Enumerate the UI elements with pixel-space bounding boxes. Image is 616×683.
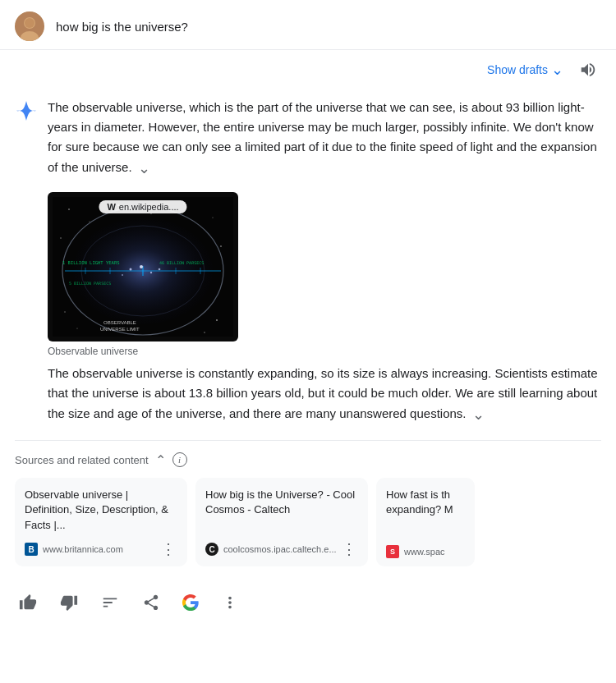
svg-point-15 — [76, 328, 77, 328]
google-button[interactable] — [179, 591, 202, 614]
universe-image[interactable]: W en.wikipedia.... — [48, 192, 238, 342]
show-drafts-label: Show drafts — [487, 63, 548, 76]
more-options-button[interactable] — [217, 589, 243, 616]
query-text: how big is the universe? — [56, 20, 188, 34]
wiki-icon: W — [107, 202, 115, 212]
sources-header: Sources and related content ⌃ i — [15, 452, 601, 468]
svg-point-14 — [216, 319, 218, 321]
svg-point-31 — [130, 268, 132, 270]
svg-point-11 — [60, 237, 61, 238]
answer-block-2: The observable universe is constantly ex… — [48, 364, 601, 427]
source-card-caltech[interactable]: How big is the Universe? - Cool Cosmos -… — [195, 478, 368, 567]
svg-point-3 — [25, 18, 34, 28]
source-footer-2: C coolcosmos.ipac.caltech.e... ⋮ — [205, 540, 358, 558]
paragraph1-text: The observable universe, which is the pa… — [48, 100, 597, 174]
source-title-3: How fast is th expanding? M — [386, 488, 465, 519]
source-footer-1: B www.britannica.com ⋮ — [25, 540, 177, 558]
space-favicon: S — [386, 545, 399, 558]
svg-point-12 — [220, 245, 222, 247]
info-icon[interactable]: i — [172, 452, 187, 467]
source-url-2: coolcosmos.ipac.caltech.e... — [223, 544, 337, 554]
avatar — [15, 11, 44, 41]
source-card-space[interactable]: How fast is th expanding? M S www.spac — [376, 478, 475, 567]
source-domain-row-2: C coolcosmos.ipac.caltech.e... — [205, 543, 337, 556]
britannica-favicon: B — [25, 543, 38, 556]
svg-point-35 — [159, 268, 161, 270]
image-caption: Observable universe — [48, 346, 601, 357]
share-button[interactable] — [138, 589, 164, 616]
expand-icon-1[interactable]: ⌄ — [138, 157, 150, 181]
source-menu-2[interactable]: ⋮ — [340, 540, 358, 558]
paragraph2-text: The observable universe is constantly ex… — [48, 366, 598, 420]
source-title-2: How big is the Universe? - Cool Cosmos -… — [205, 488, 358, 519]
source-menu-1[interactable]: ⋮ — [159, 540, 177, 558]
speaker-button[interactable] — [575, 57, 601, 83]
sources-section: Sources and related content ⌃ i Observab… — [15, 440, 601, 567]
thumbs-up-button[interactable] — [15, 589, 41, 616]
source-title-1: Observable universe | Definition, Size, … — [25, 488, 177, 534]
show-drafts-button[interactable]: Show drafts ⌄ — [482, 57, 568, 82]
svg-text:46 BILLION PARSECS: 46 BILLION PARSECS — [159, 260, 204, 265]
sources-chevron-icon[interactable]: ⌃ — [155, 452, 166, 468]
svg-point-32 — [140, 265, 143, 268]
svg-point-33 — [150, 272, 152, 273]
source-cards: Observable universe | Definition, Size, … — [15, 478, 601, 567]
answer-text-1: The observable universe, which is the pa… — [48, 98, 601, 181]
svg-point-5 — [68, 209, 70, 210]
wiki-url: en.wikipedia.... — [119, 202, 179, 212]
image-section: W en.wikipedia.... — [48, 192, 601, 357]
sources-label: Sources and related content — [15, 454, 149, 466]
wiki-badge: W en.wikipedia.... — [99, 200, 186, 213]
customize-button[interactable] — [97, 589, 123, 616]
source-footer-3: S www.spac — [386, 545, 465, 558]
source-url-3: www.spac — [404, 547, 445, 557]
caltech-favicon: C — [205, 543, 218, 556]
source-domain-row-3: S www.spac — [386, 545, 445, 558]
source-card-britannica[interactable]: Observable universe | Definition, Size, … — [15, 478, 187, 567]
svg-text:UNIVERSE LIMIT: UNIVERSE LIMIT — [100, 327, 140, 332]
main-content: The observable universe, which is the pa… — [0, 89, 616, 566]
svg-text:5 BILLION PARSECS: 5 BILLION PARSECS — [69, 281, 111, 286]
source-url-1: www.britannica.com — [43, 544, 123, 554]
header: how big is the universe? — [0, 0, 616, 50]
answer-block-1: The observable universe, which is the pa… — [15, 89, 601, 181]
source-domain-row-1: B www.britannica.com — [25, 543, 123, 556]
svg-point-16 — [204, 332, 205, 332]
gemini-star-icon — [15, 99, 38, 122]
bottom-toolbar — [0, 575, 616, 632]
expand-icon-2[interactable]: ⌄ — [472, 403, 485, 427]
toolbar-row: Show drafts ⌄ — [0, 50, 616, 89]
svg-text:OBSERVABLE: OBSERVABLE — [103, 320, 136, 325]
svg-point-10 — [212, 217, 213, 218]
svg-point-13 — [64, 311, 65, 312]
svg-point-6 — [89, 221, 90, 222]
svg-text:1 BILLION LIGHT YEARS: 1 BILLION LIGHT YEARS — [62, 260, 120, 265]
chevron-down-icon: ⌄ — [551, 61, 563, 79]
thumbs-down-button[interactable] — [56, 589, 82, 616]
svg-point-34 — [122, 274, 123, 276]
